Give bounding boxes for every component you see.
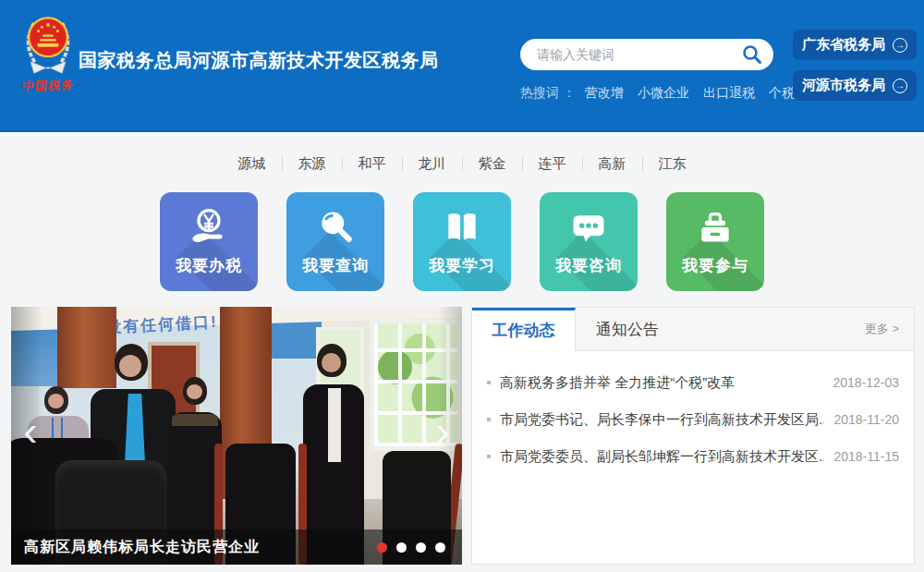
news-item: 市局党委委员、副局长邹坤辉一行到高新技术开发区.. 2018-11-15 [487,438,899,475]
magnifier-icon [315,207,356,248]
service-consult[interactable]: 我要咨询 [540,192,638,291]
news-date: 2018-11-20 [833,412,899,427]
carousel-dot-3[interactable] [416,542,426,553]
service-label: 我要参与 [666,255,764,276]
hot-search-label: 热搜词 ： [520,85,576,102]
hot-term-individual-tax[interactable]: 个税 [769,85,795,102]
link-heyuan-tax-bureau[interactable]: 河源市税务局 [793,70,917,101]
region-item-yuancheng[interactable]: 源城 [223,156,283,171]
news-date: 2018-12-03 [833,375,899,390]
site-title: 国家税务总局河源市高新技术开发区税务局 [79,48,439,73]
service-label: 我要学习 [413,255,511,276]
bullet-icon [487,455,491,458]
hot-term-export-rebate[interactable]: 出口退税 [703,85,755,102]
service-tax-handling[interactable]: 我要办税 [160,192,258,291]
tax-emblem-logo[interactable]: 中国税务 [18,7,78,94]
region-item-longchuan[interactable]: 龙川 [403,156,463,171]
news-tabbar: 工作动态 通知公告 更多 > [472,308,914,351]
carousel-caption-bar: 高新区局赖伟标局长走访民营企业 [11,529,462,565]
quick-links: 广东省税务局 河源市税务局 [793,30,917,101]
news-title[interactable]: 高新税务多措并举 全力推进“个税”改革 [500,374,823,392]
carousel-dot-4[interactable] [435,542,445,553]
search-input[interactable] [537,47,735,62]
service-label: 我要办税 [160,255,258,276]
service-inquiry[interactable]: 我要查询 [286,192,384,291]
content-row: 没有任何借口! [11,307,915,565]
news-item: 高新税务多措并举 全力推进“个税”改革 2018-12-03 [487,364,899,401]
region-item-dongyuan[interactable]: 东源 [283,156,343,171]
logo-caption: 中国税务 [18,77,79,95]
news-title[interactable]: 市局党委书记、局长李保中一行到高新技术开发区局.. [500,411,824,429]
page: 中国税务 国家税务总局河源市高新技术开发区税务局 热搜词 ： 营改增 小微企业 … [0,0,924,572]
service-shortcuts: 我要办税 我要查询 我要学习 [0,192,924,291]
carousel-dot-2[interactable] [396,542,407,553]
open-book-icon [442,207,482,248]
quick-link-label: 广东省税务局 [802,36,885,54]
national-emblem-icon [21,7,75,76]
bullet-icon [487,381,491,384]
arrow-circle-icon [893,79,907,93]
carousel-dots [377,542,445,553]
news-panel: 工作动态 通知公告 更多 > 高新税务多措并举 全力推进“个税”改革 2018-… [471,307,915,565]
news-date: 2018-11-15 [833,449,899,464]
chat-bubble-icon [568,207,609,248]
link-guangdong-tax-bureau[interactable]: 广东省税务局 [793,30,917,60]
region-item-heping[interactable]: 和平 [343,156,403,171]
service-learning[interactable]: 我要学习 [413,192,511,291]
search-icon [741,43,763,66]
carousel-prev-button[interactable] [15,405,46,456]
bullet-icon [487,418,491,421]
search-box [520,39,773,70]
region-item-lianping[interactable]: 连平 [523,156,583,171]
ballot-box-icon [695,207,736,248]
arrow-circle-icon [893,38,907,53]
news-title[interactable]: 市局党委委员、副局长邹坤辉一行到高新技术开发区.. [500,448,824,466]
region-item-zijin[interactable]: 紫金 [463,156,523,171]
carousel-next-button[interactable] [427,405,458,456]
region-nav: 源城 东源 和平 龙川 紫金 连平 高新 江东 [0,132,924,175]
hot-term-yinggaizeng[interactable]: 营改增 [585,85,624,102]
hand-coin-icon [188,207,229,248]
tab-notices[interactable]: 通知公告 [576,308,679,350]
more-link[interactable]: 更多 > [865,321,914,337]
service-label: 我要查询 [286,255,384,276]
carousel-dot-1[interactable] [377,542,387,553]
service-label: 我要咨询 [540,255,638,276]
news-list: 高新税务多措并举 全力推进“个税”改革 2018-12-03 市局党委书记、局长… [472,364,914,475]
search-button[interactable] [735,41,770,68]
region-item-jiangdong[interactable]: 江东 [643,156,702,171]
service-participate[interactable]: 我要参与 [666,192,764,291]
hot-term-small-micro-enterprise[interactable]: 小微企业 [638,85,689,102]
carousel-photo: 没有任何借口! [11,307,462,565]
quick-link-label: 河源市税务局 [802,77,885,94]
carousel-caption[interactable]: 高新区局赖伟标局长走访民营企业 [24,538,377,557]
region-item-gaoxin[interactable]: 高新 [583,156,643,171]
tab-work-updates[interactable]: 工作动态 [472,308,576,351]
site-header: 中国税务 国家税务总局河源市高新技术开发区税务局 热搜词 ： 营改增 小微企业 … [0,0,924,132]
news-item: 市局党委书记、局长李保中一行到高新技术开发区局.. 2018-11-20 [487,401,899,438]
news-carousel: 没有任何借口! [11,307,462,565]
hot-search-bar: 热搜词 ： 营改增 小微企业 出口退税 个税 [520,85,808,102]
